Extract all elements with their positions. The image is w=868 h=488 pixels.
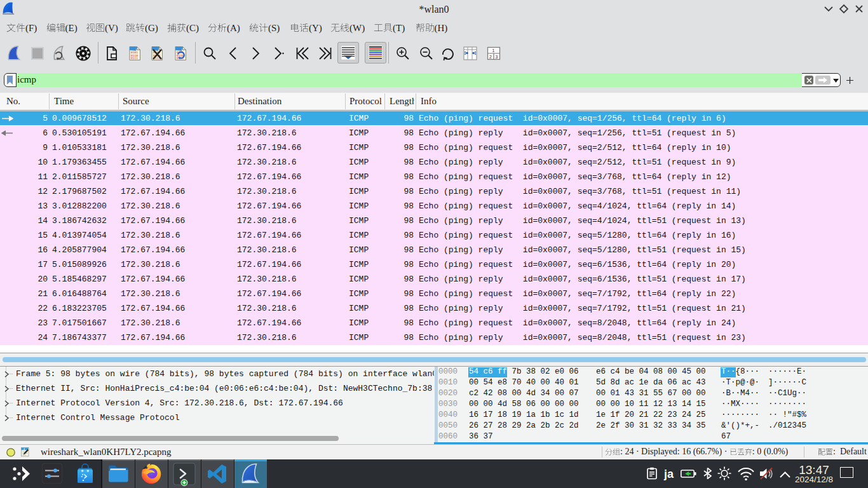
svg-text:0111: 0111 — [131, 57, 138, 60]
svg-text:3: 3 — [496, 55, 498, 59]
svg-text:1: 1 — [492, 48, 495, 53]
svg-text:2: 2 — [489, 55, 492, 59]
